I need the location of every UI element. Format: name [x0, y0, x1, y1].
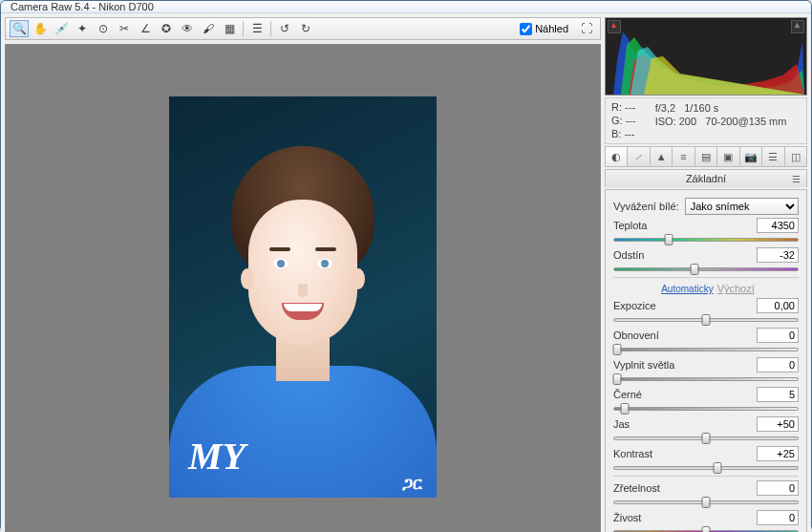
teplota-slider[interactable]: [613, 236, 799, 244]
jas-slider[interactable]: [613, 435, 799, 442]
panel-title: Základní ☰: [605, 169, 807, 187]
obnoveni-value[interactable]: 0: [757, 328, 799, 343]
odstin-slider[interactable]: [613, 266, 799, 273]
expozice-slider[interactable]: [613, 316, 799, 324]
adjustment-brush-tool-icon[interactable]: 🖌: [199, 20, 218, 37]
rotate-ccw-icon[interactable]: ↺: [275, 20, 294, 37]
target-adjust-tool-icon[interactable]: ⊙: [94, 20, 113, 37]
photo-preview: MY ጋር: [169, 96, 437, 498]
iso-label: ISO:: [655, 116, 676, 127]
rotate-cw-icon[interactable]: ↻: [296, 20, 315, 37]
vyplnit-value[interactable]: 0: [757, 357, 799, 372]
color-sampler-tool-icon[interactable]: ✦: [73, 20, 92, 37]
kontrast-label: Kontrast: [613, 448, 652, 459]
jas-value[interactable]: +50: [757, 416, 799, 432]
spot-removal-tool-icon[interactable]: ✪: [157, 20, 176, 37]
default-link[interactable]: Výchozí: [717, 283, 755, 294]
cerne-label: Černé: [613, 389, 642, 400]
tab-detail[interactable]: ▲: [651, 147, 673, 166]
odstin-value[interactable]: -32: [757, 247, 799, 263]
expozice-value[interactable]: 0,00: [757, 298, 799, 313]
crop-tool-icon[interactable]: ✂: [115, 20, 134, 37]
auto-links: AutomatickyVýchozí: [613, 282, 799, 295]
obnoveni-label: Obnovení: [613, 330, 659, 341]
obnoveni-slider[interactable]: [613, 346, 799, 353]
tab-lens[interactable]: ▣: [717, 147, 739, 166]
left-panel: 🔍 ✋ 💉 ✦ ⊙ ✂ ∠ ✪ 👁 🖌 ▦ ☰ ↺ ↻ Náhled: [5, 17, 601, 532]
graduated-filter-tool-icon[interactable]: ▦: [220, 20, 239, 37]
lens-value: 70-200@135 mm: [705, 116, 786, 127]
jas-label: Jas: [613, 418, 630, 430]
tab-curve[interactable]: ⟋: [628, 147, 650, 166]
kontrast-value[interactable]: +25: [757, 446, 799, 461]
hand-tool-icon[interactable]: ✋: [31, 20, 50, 37]
right-panel: R: --- G: --- B: --- f/3,2 1/160 s ISO: …: [605, 17, 807, 532]
tab-presets[interactable]: ☰: [762, 147, 784, 166]
cerne-slider[interactable]: [613, 405, 799, 413]
histogram[interactable]: [605, 17, 807, 96]
cerne-value[interactable]: 5: [757, 387, 799, 402]
straighten-tool-icon[interactable]: ∠: [136, 20, 155, 37]
photo-shirt: MY ጋር: [169, 366, 437, 498]
rgb-readout: R: --- G: --- B: ---: [611, 101, 636, 140]
window-title: Camera Raw 5.4 - Nikon D700: [11, 1, 154, 12]
odstin-label: Odstín: [613, 249, 644, 261]
kontrast-slider[interactable]: [613, 464, 799, 472]
vyplnit-label: Vyplnit světla: [613, 359, 674, 371]
teplota-label: Teplota: [613, 220, 647, 231]
metadata-panel: R: --- G: --- B: --- f/3,2 1/160 s ISO: …: [605, 97, 807, 144]
fullscreen-icon[interactable]: ⛶: [577, 20, 596, 37]
zivost-slider[interactable]: [613, 528, 799, 532]
zretelnost-label: Zřetelnost: [613, 482, 660, 494]
tab-snapshots[interactable]: ◫: [785, 147, 806, 166]
zoom-tool-icon[interactable]: 🔍: [10, 20, 29, 37]
teplota-value[interactable]: 4350: [757, 218, 799, 233]
tab-basic[interactable]: ◐: [606, 147, 628, 166]
content: 🔍 ✋ 💉 ✦ ⊙ ✂ ∠ ✪ 👁 🖌 ▦ ☰ ↺ ↻ Náhled: [1, 13, 811, 532]
preview-area[interactable]: MY ጋር: [5, 44, 601, 532]
adjustment-tabs: ◐ ⟋ ▲ ≡ ▤ ▣ 📷 ☰ ◫: [605, 146, 807, 167]
toolbar: 🔍 ✋ 💉 ✦ ⊙ ✂ ∠ ✪ 👁 🖌 ▦ ☰ ↺ ↻ Náhled: [5, 17, 601, 40]
histogram-graph: [606, 22, 806, 95]
separator: [613, 277, 799, 278]
zretelnost-slider[interactable]: [613, 499, 799, 506]
separator: [270, 21, 271, 36]
wb-select[interactable]: Jako snímek: [685, 198, 799, 215]
red-eye-tool-icon[interactable]: 👁: [178, 20, 197, 37]
separator: [613, 476, 799, 477]
titlebar: Camera Raw 5.4 - Nikon D700: [1, 1, 811, 13]
panel-menu-icon[interactable]: ☰: [792, 174, 801, 184]
auto-link[interactable]: Automaticky: [661, 284, 713, 294]
tab-split[interactable]: ▤: [695, 147, 717, 166]
preview-label: Náhled: [535, 23, 568, 34]
aperture-value: f/3,2: [655, 102, 675, 114]
iso-value: 200: [679, 116, 696, 127]
app-window: Camera Raw 5.4 - Nikon D700 🔍 ✋ 💉 ✦ ⊙ ✂ …: [0, 0, 812, 532]
vyplnit-slider[interactable]: [613, 375, 799, 383]
shutter-value: 1/160 s: [684, 102, 718, 114]
photo-face: [248, 200, 357, 345]
expozice-label: Expozice: [613, 300, 656, 311]
g-value: G: ---: [611, 115, 636, 128]
tab-camera[interactable]: 📷: [740, 147, 762, 166]
preview-checkbox[interactable]: [520, 23, 532, 35]
separator: [243, 21, 244, 36]
b-value: B: ---: [611, 128, 636, 141]
r-value: R: ---: [611, 101, 636, 115]
preview-toggle: Náhled ⛶: [520, 20, 596, 37]
white-balance-tool-icon[interactable]: 💉: [52, 20, 71, 37]
shirt-text1: MY: [188, 434, 246, 479]
zivost-label: Živost: [613, 512, 641, 523]
shirt-text2: ጋር: [402, 474, 423, 494]
zretelnost-value[interactable]: 0: [757, 480, 799, 496]
wb-label: Vyvážení bílé:: [613, 201, 679, 212]
exif-readout: f/3,2 1/160 s ISO: 200 70-200@135 mm: [655, 101, 787, 140]
tab-hsl[interactable]: ≡: [673, 147, 694, 166]
zivost-value[interactable]: 0: [757, 510, 799, 525]
panel-title-text: Základní: [686, 173, 726, 184]
basic-panel: Vyvážení bílé: Jako snímek Teplota4350 O…: [605, 189, 807, 532]
preferences-icon[interactable]: ☰: [247, 20, 267, 37]
